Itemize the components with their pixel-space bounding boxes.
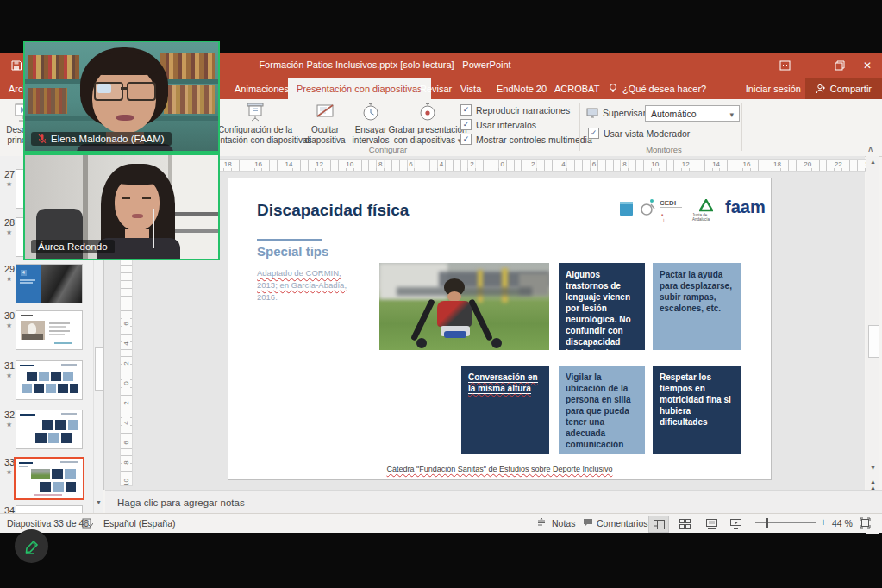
junta-logo-text: Junta de Andalucía (692, 213, 710, 222)
zoom-level[interactable]: 44 % (832, 518, 853, 529)
tab-animaciones[interactable]: Animaciones (226, 78, 297, 99)
screen: Formación Patios Inclusivos.pptx [solo l… (0, 0, 882, 588)
book-logo-icon (619, 200, 634, 217)
monitor-icon (586, 108, 598, 118)
use-timings-checkbox[interactable]: Usar intervalos (460, 119, 536, 130)
annotate-button[interactable] (15, 529, 48, 563)
scroll-up-icon[interactable]: ▲ (866, 159, 879, 165)
slideshow-view-button[interactable] (726, 516, 745, 531)
mic-muted-icon (38, 134, 47, 144)
tip-box-5: Respetar los tiempos en motricidad fina … (653, 366, 741, 454)
slide-footer-citation: Cátedra "Fundación Sanitas" de Estudios … (228, 465, 771, 473)
animation-star-icon (6, 228, 12, 236)
tab-vista[interactable]: Vista (452, 78, 490, 99)
lightbulb-icon (608, 83, 618, 94)
checkbox-icon (460, 104, 472, 116)
language-indicator[interactable]: Español (España) (103, 518, 175, 529)
sign-in-button[interactable]: Iniciar sesión (737, 78, 810, 99)
checkbox-icon (588, 128, 599, 139)
checkbox-icon (460, 119, 472, 130)
slide-title: Discapacidad física (257, 201, 409, 220)
horizontal-ruler: 2422201816141210864202468101214161820222… (131, 159, 871, 172)
cedi-logo-text: CEDI (660, 199, 676, 207)
hide-slide-button[interactable]: Ocultardiapositiva (298, 102, 352, 145)
previous-slide-button[interactable]: ▲▲ (866, 479, 879, 491)
tab-presentacion-con-diapositivas[interactable]: Presentación con diapositivas (288, 78, 431, 99)
citation-text: Adaptado de CORMIN, 2013; en García-Abad… (257, 267, 347, 303)
fit-to-window-icon[interactable] (860, 517, 871, 529)
faam-logo-text: faam (725, 197, 766, 217)
chevron-down-icon (729, 109, 734, 119)
monitor-select[interactable]: Automático (645, 105, 740, 122)
video-tile-aurea[interactable]: Áurea Redondo (23, 153, 220, 260)
slide-canvas[interactable]: Discapacidad física Special tips Adaptad… (228, 178, 771, 479)
scroll-down-icon[interactable]: ▼ (866, 465, 879, 471)
normal-view-button[interactable] (648, 516, 669, 533)
tip-box-4: Vigilar la ubicación de la persona en si… (559, 366, 645, 454)
notes-toggle[interactable]: Notas (552, 518, 575, 529)
presenter-view-checkbox[interactable]: Usar vista Moderador (588, 128, 690, 139)
notes-toggle-icon[interactable] (536, 517, 547, 528)
collapse-ribbon-icon[interactable]: ∧ (867, 144, 873, 153)
zoom-in-button[interactable]: + (820, 516, 827, 529)
close-button[interactable]: ✕ (853, 53, 882, 78)
animation-star-icon (6, 180, 12, 188)
name-tag-aurea: Áurea Redondo (31, 240, 115, 253)
share-button[interactable]: Compartir (805, 78, 882, 99)
name-tag-elena: Elena Maldonado (FAAM) (31, 132, 172, 146)
zoom-slider-track[interactable] (755, 522, 816, 523)
record-slideshow-button[interactable]: Grabar presentacióncon diapositivas (386, 102, 469, 146)
spellcheck-icon[interactable] (82, 517, 93, 529)
animation-star-icon (6, 275, 12, 283)
reading-view-button[interactable] (702, 516, 721, 531)
monitor-label-row: Supervisar: (586, 108, 648, 118)
status-bar: Diapositiva 33 de 48 Español (España) No… (0, 513, 882, 533)
slide-photo-boy-walker (379, 263, 549, 350)
zoom-out-button[interactable]: − (745, 516, 752, 529)
scroll-down-icon[interactable]: ▼ (94, 499, 103, 505)
minimize-button[interactable]: — (798, 53, 827, 78)
checkbox-icon (460, 134, 472, 145)
tip-box-3: Conversación en la misma altura (461, 366, 549, 454)
ribbon-display-options-button[interactable] (770, 53, 799, 78)
comments-icon[interactable] (583, 517, 593, 528)
slide-sorter-view-button[interactable] (675, 516, 694, 531)
junta-andalucia-icon (699, 199, 713, 212)
show-media-controls-checkbox[interactable]: Mostrar controles multimedia (460, 134, 592, 145)
group-separator (579, 103, 580, 151)
group-label-monitores: Monitores (604, 145, 724, 154)
comments-toggle[interactable]: Comentarios (597, 518, 648, 529)
group-label-configurar: Configurar (328, 145, 448, 154)
cedi-wheelchair-icon (639, 197, 658, 220)
scrollbar-thumb[interactable] (868, 325, 879, 358)
title-rule (257, 239, 322, 241)
tip-box-1: Algunos trastornos de lenguaje vienen po… (559, 263, 645, 350)
notes-pane[interactable]: Haga clic para agregar notas (105, 490, 882, 514)
person-icon (816, 84, 826, 94)
zoom-slider-thumb[interactable] (766, 518, 768, 528)
animation-star-icon (6, 322, 12, 329)
slide-indicator: Diapositiva 33 de 48 (7, 518, 89, 529)
animation-star-icon (6, 468, 12, 476)
restore-button[interactable] (825, 53, 854, 78)
notes-placeholder: Haga clic para agregar notas (117, 497, 245, 508)
group-separator (741, 103, 742, 151)
slide-subtitle: Special tips (257, 244, 328, 259)
animation-star-icon (6, 372, 12, 379)
video-tile-elena[interactable]: Elena Maldonado (FAAM) (23, 41, 220, 153)
pencil-icon (23, 538, 41, 555)
tip-box-2: Pactar la ayuda para desplazarse, subir … (653, 263, 741, 350)
play-narrations-checkbox[interactable]: Reproducir narraciones (460, 104, 570, 116)
tell-me-box[interactable]: ¿Qué desea hacer? (599, 78, 715, 99)
slide-area-scrollbar[interactable]: ▲ ▼ ▲▲ ▼▼ (866, 156, 879, 534)
animation-star-icon (6, 421, 12, 428)
scrollbar-thumb[interactable] (95, 347, 104, 391)
